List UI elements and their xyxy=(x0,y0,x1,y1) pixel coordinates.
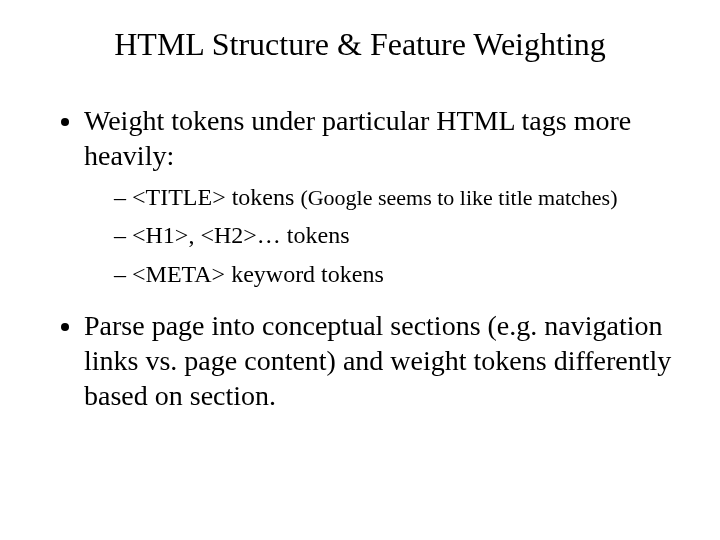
slide: HTML Structure & Feature Weighting Weigh… xyxy=(0,0,720,540)
bullet-list: Weight tokens under particular HTML tags… xyxy=(30,103,690,413)
sub-bullet-1b-text: <H1>, <H2>… tokens xyxy=(132,222,349,248)
bullet-item-2: Parse page into conceptual sections (e.g… xyxy=(84,308,690,413)
sub-bullet-1c-text: <META> keyword tokens xyxy=(132,261,384,287)
sub-bullet-1b: <H1>, <H2>… tokens xyxy=(114,219,690,251)
sub-bullet-1a: <TITLE> tokens (Google seems to like tit… xyxy=(114,181,690,213)
sub-bullet-1c: <META> keyword tokens xyxy=(114,258,690,290)
sub-bullet-list-1: <TITLE> tokens (Google seems to like tit… xyxy=(84,181,690,290)
bullet-1-text: Weight tokens under particular HTML tags… xyxy=(84,105,631,171)
sub-bullet-1a-note: (Google seems to like title matches) xyxy=(300,185,617,210)
bullet-2-text: Parse page into conceptual sections (e.g… xyxy=(84,310,671,411)
slide-title: HTML Structure & Feature Weighting xyxy=(30,26,690,63)
sub-bullet-1a-text: <TITLE> tokens xyxy=(132,184,300,210)
bullet-item-1: Weight tokens under particular HTML tags… xyxy=(84,103,690,290)
